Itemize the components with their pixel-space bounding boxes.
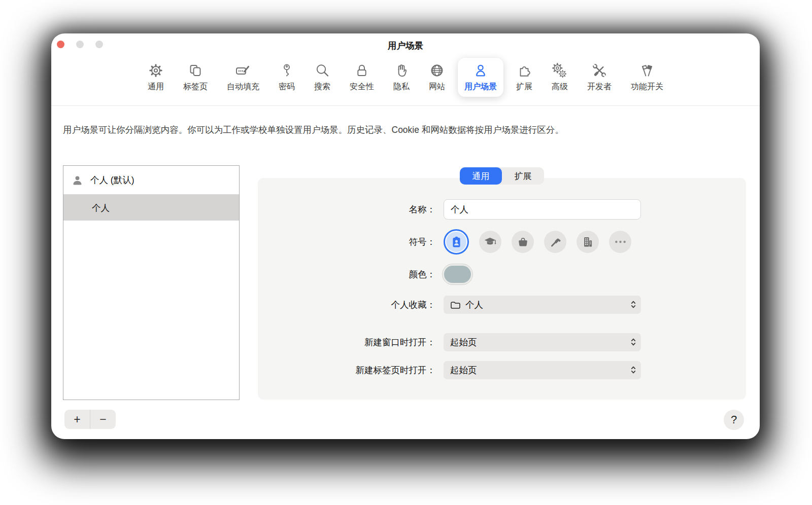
symbol-option-id-badge[interactable] <box>444 229 469 255</box>
toolbar-item-label: 开发者 <box>587 82 612 92</box>
lock-icon <box>354 62 370 79</box>
person-icon <box>472 62 489 79</box>
toolbar-item-feature-flags[interactable]: 功能开关 <box>624 58 670 97</box>
toolbar-item-label: 搜索 <box>314 82 330 92</box>
new-window-popup-value: 起始页 <box>450 336 477 348</box>
toolbar-item-security[interactable]: 安全性 <box>343 58 381 97</box>
toolbar-item-label: 密码 <box>279 82 295 92</box>
gears-icon <box>552 62 568 79</box>
flags-icon <box>639 62 655 79</box>
toolbar-item-label: 隐私 <box>393 82 410 92</box>
new-window-label: 新建窗口时打开： <box>258 333 435 351</box>
chevron-up-down-icon <box>630 337 636 347</box>
color-label: 颜色： <box>258 264 435 284</box>
toolbar-item-tabs[interactable]: 标签页 <box>177 58 214 97</box>
toolbar-item-extensions[interactable]: 扩展 <box>510 58 539 97</box>
window-title: 用户场景 <box>51 40 760 52</box>
person-icon <box>72 175 83 186</box>
symbol-option-hammer[interactable] <box>544 231 566 253</box>
symbol-option-briefcase[interactable] <box>512 231 534 253</box>
toolbar-item-label: 用户场景 <box>464 82 497 92</box>
chevron-up-down-icon <box>630 300 636 309</box>
favorites-label: 个人收藏： <box>258 296 435 314</box>
toolbar-item-label: 安全性 <box>350 82 374 92</box>
toolbar-item-label: 自动填充 <box>227 82 259 92</box>
key-icon <box>279 62 295 79</box>
building-icon <box>583 237 593 247</box>
toolbar-item-label: 网站 <box>429 82 445 92</box>
symbol-option-more[interactable] <box>609 231 631 253</box>
hammer-icon <box>550 237 561 247</box>
favorites-popup[interactable]: 个人 <box>444 296 641 314</box>
wrench-screwdriver-icon <box>591 62 607 79</box>
graduation-cap-icon <box>484 237 496 247</box>
help-button[interactable]: ? <box>724 410 744 430</box>
add-profile-button[interactable]: + <box>64 410 90 429</box>
toolbar-item-profiles[interactable]: 用户场景 <box>458 58 503 97</box>
gear-icon <box>148 62 164 79</box>
profile-list-controls: + − <box>64 410 116 429</box>
toolbar-item-search[interactable]: 搜索 <box>308 58 337 97</box>
toolbar-item-label: 通用 <box>148 82 164 92</box>
favorites-popup-value: 个人 <box>465 299 483 311</box>
id-badge-icon <box>452 236 461 248</box>
profile-list-item-label: 个人 <box>92 202 110 214</box>
toolbar-item-label: 扩展 <box>516 82 532 92</box>
toolbar-item-autofill[interactable]: 自动填充 <box>220 58 266 97</box>
tabs-icon <box>187 62 204 79</box>
toolbar-item-label: 功能开关 <box>631 82 663 92</box>
toolbar-item-passwords[interactable]: 密码 <box>272 58 301 97</box>
preferences-window: 用户场景 通用 标签页 <box>51 33 760 439</box>
hand-icon <box>393 62 410 79</box>
chevron-up-down-icon <box>630 365 636 375</box>
toolbar-item-developer[interactable]: 开发者 <box>581 58 618 97</box>
profile-list-item[interactable]: 个人 <box>63 195 239 221</box>
toolbar-item-privacy[interactable]: 隐私 <box>387 58 416 97</box>
name-label: 名称： <box>258 199 435 220</box>
symbol-options <box>444 229 631 255</box>
new-tab-popup-value: 起始页 <box>450 364 477 376</box>
toolbar-item-advanced[interactable]: 高级 <box>545 58 574 97</box>
remove-profile-button[interactable]: − <box>90 410 116 429</box>
profiles-list: 个人 (默认) 个人 <box>63 165 240 400</box>
ellipsis-icon <box>615 239 626 244</box>
search-icon <box>314 62 330 79</box>
profiles-list-header[interactable]: 个人 (默认) <box>63 166 239 195</box>
profiles-list-header-label: 个人 (默认) <box>90 174 134 186</box>
tab-general[interactable]: 通用 <box>460 167 502 185</box>
new-window-popup[interactable]: 起始页 <box>444 333 641 351</box>
toolbar-item-label: 标签页 <box>183 82 208 92</box>
globe-icon <box>429 62 445 79</box>
profile-name-input[interactable] <box>444 199 641 220</box>
profile-color-well[interactable] <box>444 266 471 283</box>
folder-icon <box>450 301 461 309</box>
tab-extensions[interactable]: 扩展 <box>502 167 544 185</box>
preferences-toolbar: 通用 标签页 自动填充 <box>51 58 760 97</box>
symbol-label: 符号： <box>258 229 435 255</box>
profiles-description: 用户场景可让你分隔浏览内容。你可以为工作或学校单独设置用户场景。历史记录、Coo… <box>63 124 738 136</box>
symbol-option-graduation-cap[interactable] <box>479 231 501 253</box>
toolbar-item-websites[interactable]: 网站 <box>422 58 452 97</box>
new-tab-label: 新建标签页时打开： <box>258 361 435 379</box>
new-tab-popup[interactable]: 起始页 <box>444 361 641 379</box>
toolbar-separator <box>51 105 760 106</box>
symbol-option-building[interactable] <box>577 231 599 253</box>
toolbar-item-label: 高级 <box>552 82 568 92</box>
briefcase-icon <box>518 237 528 247</box>
toolbar-item-general[interactable]: 通用 <box>141 58 171 97</box>
puzzle-icon <box>516 62 532 79</box>
autofill-icon <box>235 62 251 79</box>
detail-tabs: 通用 扩展 <box>460 167 544 185</box>
